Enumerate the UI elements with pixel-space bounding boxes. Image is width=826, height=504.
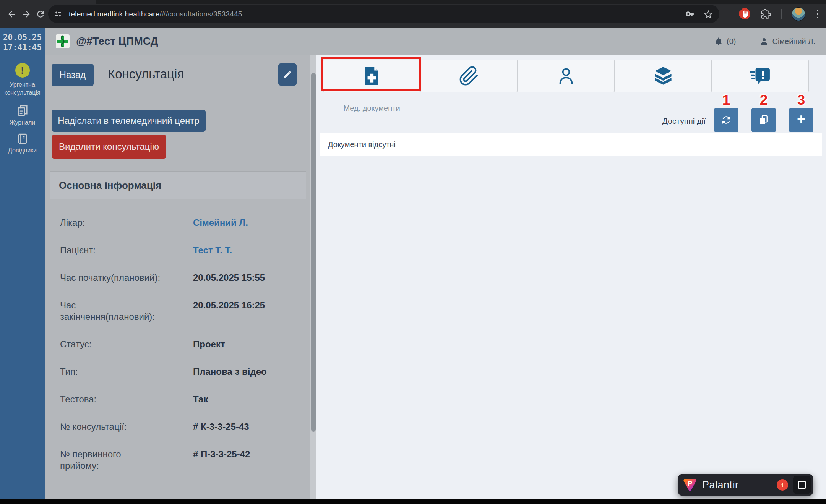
user-name: Сімейний Л.: [772, 37, 815, 46]
clinic-logo-icon: [55, 34, 70, 49]
adblock-extension-icon[interactable]: [739, 8, 751, 20]
field-label: Пацієнт:: [60, 245, 182, 256]
field-label: № консультації:: [60, 421, 182, 433]
user-menu-button[interactable]: Сімейний Л.: [759, 37, 815, 46]
refresh-icon: [721, 114, 732, 126]
send-to-telemedicine-center-button[interactable]: Надіслати в телемедичний центр: [52, 110, 206, 132]
field-value[interactable]: Сімейний Л.: [182, 217, 248, 229]
section-title: Основна інформація: [50, 171, 306, 199]
info-row: № первинного прийому: # П-3-3-25-42: [50, 441, 306, 480]
back-button[interactable]: Назад: [52, 64, 94, 86]
reference-book-icon: [16, 133, 29, 145]
tab-patient[interactable]: [517, 60, 615, 92]
bell-icon: [714, 37, 723, 46]
info-row: Статус: Проект: [50, 331, 306, 358]
refresh-documents-button[interactable]: [714, 108, 738, 132]
scrollbar-thumb[interactable]: [311, 73, 316, 432]
info-row: № консультації: # К-3-3-25-43: [50, 413, 306, 441]
palantir-widget[interactable]: P Palantir 1: [678, 474, 813, 496]
sidebar-item-urgent-consultation[interactable]: ! Ургентна консультація: [0, 63, 45, 97]
sidebar-item-label: Журнали: [0, 119, 45, 126]
bookmark-star-icon[interactable]: [703, 9, 713, 19]
consultation-panel: Назад Консультація Надіслати в телемедич…: [45, 55, 310, 499]
sidebar-item-label: Ургентна консультація: [0, 81, 45, 97]
browser-profile-avatar[interactable]: [792, 7, 805, 21]
copy-document-button[interactable]: [751, 108, 776, 132]
field-value: # П-3-3-25-42: [182, 449, 250, 472]
extensions-puzzle-icon[interactable]: [761, 9, 771, 19]
sidebar-item-label: Довідники: [0, 147, 45, 154]
app-header: @#Тест ЦПМСД (0) Сімейний Л.: [45, 28, 826, 55]
annotation-number-2: 2: [751, 92, 776, 108]
info-row: Час початку(плановий): 20.05.2025 15:55: [50, 264, 306, 292]
add-document-button[interactable]: +: [789, 108, 813, 132]
palantir-title: Palantir: [702, 479, 739, 491]
field-value: 20.05.2025 15:55: [182, 272, 265, 284]
window-restore-button[interactable]: [793, 476, 811, 494]
sidebar-item-journals[interactable]: Журнали: [0, 104, 45, 126]
active-tab[interactable]: [0, 0, 96, 4]
browser-reload-icon[interactable]: [36, 9, 45, 19]
tab-layers[interactable]: [614, 60, 712, 92]
tab-attachments[interactable]: [420, 60, 518, 92]
saved-passwords-key-icon[interactable]: [685, 9, 695, 19]
chat-alert-icon: [750, 67, 771, 85]
info-row: Лікар: Сімейний Л.: [50, 209, 306, 237]
annotation-number-3: 3: [789, 92, 813, 108]
window-restore-icon: [798, 481, 806, 489]
palantir-logo-icon: P: [682, 477, 698, 493]
info-rows: Лікар: Сімейний Л. Пацієнт: Тест Т. Т. Ч…: [50, 199, 306, 480]
documents-panel: Мед. документи Доступні дії 1 2 3 + Доку…: [316, 55, 826, 499]
field-label: Час початку(плановий):: [60, 272, 182, 284]
urgent-exclamation-icon: !: [15, 63, 30, 78]
user-icon: [759, 37, 769, 46]
paperclip-icon: [459, 66, 479, 86]
palantir-badge: 1: [777, 479, 788, 491]
sidebar-clock: 20.05.25 17:41:45: [0, 32, 45, 52]
field-value: Планова з відео: [182, 366, 267, 378]
field-label: Тестова:: [60, 394, 182, 405]
clock-time: 17:41:45: [0, 42, 45, 52]
browser-back-icon[interactable]: [7, 9, 17, 19]
sidebar: 20.05.25 17:41:45 ! Ургентна консультаці…: [0, 28, 45, 499]
journals-icon: [16, 104, 29, 117]
tab-messages[interactable]: [711, 60, 809, 92]
browser-tab-strip: [0, 0, 826, 4]
tab-medical-documents[interactable]: [323, 60, 420, 92]
info-row: Тестова: Так: [50, 386, 306, 413]
svg-text:P: P: [688, 480, 692, 488]
empty-documents-message: Документи відсутні: [320, 133, 822, 156]
browser-forward-icon[interactable]: [21, 9, 31, 19]
browser-menu-icon[interactable]: [815, 8, 820, 20]
url-domain: telemed.medlink.healthcare: [69, 10, 160, 18]
layers-icon: [653, 67, 673, 85]
site-settings-icon[interactable]: [54, 10, 63, 19]
annotation-number-1: 1: [714, 92, 738, 108]
copy-icon: [758, 115, 769, 125]
field-label: Статус:: [60, 339, 182, 350]
field-value: 20.05.2025 16:25: [182, 300, 265, 322]
field-value: # К-3-3-25-43: [182, 421, 249, 433]
field-label: № первинного прийому:: [60, 449, 182, 472]
url-bar[interactable]: telemed.medlink.healthcare/#/consultatio…: [48, 5, 719, 23]
page-title: Консультація: [108, 67, 184, 81]
field-value: Проект: [182, 339, 225, 350]
screen: telemed.medlink.healthcare/#/consultatio…: [0, 0, 826, 504]
browser-toolbar: telemed.medlink.healthcare/#/consultatio…: [0, 0, 826, 28]
medical-document-icon: [364, 66, 380, 86]
field-value: Так: [182, 394, 208, 405]
edit-button[interactable]: [278, 63, 297, 86]
clock-date: 20.05.25: [0, 32, 45, 42]
person-icon: [557, 66, 576, 86]
info-row: Пацієнт: Тест Т. Т.: [50, 237, 306, 264]
url-text: telemed.medlink.healthcare/#/consultatio…: [69, 10, 242, 18]
panel-scrollbar: [310, 55, 316, 499]
field-value[interactable]: Тест Т. Т.: [182, 245, 232, 256]
field-label: Тип:: [60, 366, 182, 378]
info-row: Час закінчення(плановий): 20.05.2025 16:…: [50, 292, 306, 331]
field-label: Час закінчення(плановий):: [60, 300, 182, 322]
app-title: @#Тест ЦПМСД: [76, 35, 158, 47]
delete-consultation-button[interactable]: Видалити консультацію: [52, 135, 166, 159]
notifications-button[interactable]: (0): [714, 37, 736, 46]
sidebar-item-references[interactable]: Довідники: [0, 133, 45, 154]
